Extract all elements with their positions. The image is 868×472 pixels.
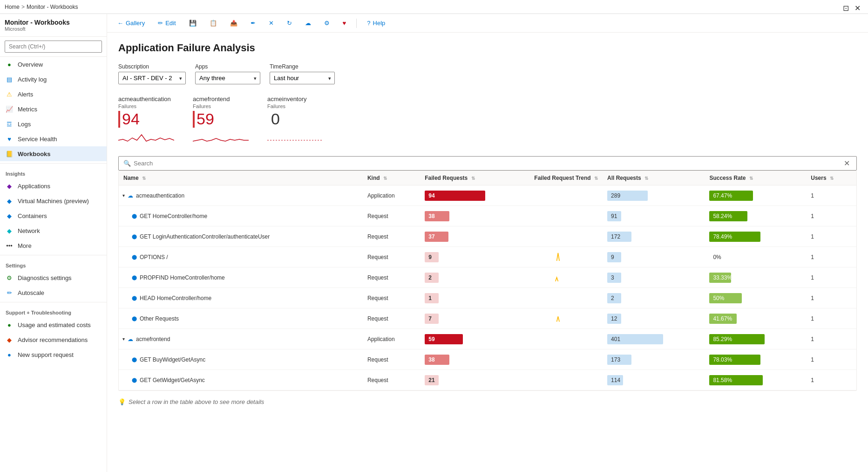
- subscription-filter: Subscription AI - SRT - DEV - 2: [118, 63, 186, 84]
- back-arrow-icon: ←: [117, 20, 123, 27]
- subscription-select[interactable]: AI - SRT - DEV - 2: [118, 72, 186, 84]
- failed-requests-bar: 1: [425, 293, 439, 303]
- nav-containers[interactable]: ◆ Containers: [0, 208, 107, 223]
- cell-success-rate: 58.24%: [705, 206, 806, 226]
- table-body: ▾☁acmeauthenticationApplication9428967.4…: [119, 185, 856, 390]
- timerange-select[interactable]: Last hour: [270, 72, 335, 84]
- table-row[interactable]: ⬤GET HomeController/homeRequest389158.24…: [119, 206, 856, 226]
- cell-kind: Request: [363, 267, 420, 288]
- search-input[interactable]: [5, 41, 102, 53]
- favorite-button[interactable]: ♥: [340, 18, 349, 28]
- cell-failed-requests: 9: [420, 247, 529, 267]
- gallery-button[interactable]: ← Gallery: [115, 18, 148, 28]
- nav-overview[interactable]: ● Overview: [0, 57, 107, 72]
- table-row[interactable]: ⬤PROPFIND HomeController/homeRequest2333…: [119, 267, 856, 288]
- nav-network[interactable]: ◆ Network: [0, 223, 107, 238]
- table-close-button[interactable]: ✕: [842, 159, 852, 168]
- nav-workbooks-label: Workbooks: [18, 150, 51, 157]
- success-rate-bar: 81.58%: [709, 375, 763, 385]
- sidebar-search-container: [0, 37, 107, 57]
- main-content: Application Failure Analysis Subscriptio…: [107, 33, 868, 472]
- nav-advisor[interactable]: ◆ Advisor recommendations: [0, 332, 107, 347]
- cell-failed-trend: [529, 226, 603, 247]
- nav-new-support[interactable]: ● New support request: [0, 347, 107, 362]
- table-row[interactable]: ⬤GET LoginAuthenticationController/authe…: [119, 226, 856, 247]
- row-name-text: PROPFIND HomeController/home: [140, 274, 225, 281]
- nav-usage-costs[interactable]: ● Usage and estimated costs: [0, 317, 107, 332]
- apps-select[interactable]: Any three: [195, 72, 260, 84]
- nav-alerts[interactable]: ⚠ Alerts: [0, 87, 107, 102]
- failed-requests-bar: 94: [425, 191, 485, 201]
- nav-alerts-label: Alerts: [18, 91, 33, 98]
- expand-icon[interactable]: ▾: [122, 336, 125, 342]
- all-requests-bar: 3: [607, 273, 621, 283]
- expand-icon[interactable]: ▾: [122, 193, 125, 198]
- pin-button[interactable]: ✒: [248, 18, 258, 28]
- auth-failure-value: 94: [122, 110, 140, 128]
- nav-autoscale-label: Autoscale: [18, 289, 44, 296]
- edit-button[interactable]: ✏ Edit: [155, 18, 178, 28]
- nav-virtual-machines[interactable]: ◆ Virtual Machines (preview): [0, 193, 107, 208]
- table-row[interactable]: ⬤OPTIONS /Request990%1: [119, 247, 856, 267]
- apps-filter: Apps Any three: [195, 63, 260, 84]
- cell-name: ⬤GET LoginAuthenticationController/authe…: [119, 226, 363, 247]
- success-rate-bar: 41.67%: [709, 314, 737, 324]
- cell-name: ⬤Other Requests: [119, 308, 363, 329]
- table-search-input[interactable]: [134, 160, 842, 167]
- help-button[interactable]: ? Help: [364, 18, 388, 28]
- saveas-button[interactable]: 📋: [207, 18, 220, 28]
- cell-users: 1: [806, 349, 856, 370]
- cell-success-rate: 67.47%: [705, 185, 806, 206]
- table-row[interactable]: ⬤HEAD HomeController/homeRequest1250%1: [119, 288, 856, 308]
- save-button[interactable]: 💾: [186, 18, 199, 28]
- nav-service-health[interactable]: ♥ Service Health: [0, 131, 107, 146]
- cell-all-requests: 289: [603, 185, 705, 206]
- link-button[interactable]: ⚙: [321, 18, 332, 28]
- row-name-text: OPTIONS /: [140, 254, 168, 260]
- applications-icon: ◆: [6, 182, 13, 190]
- close-button[interactable]: ✕: [854, 4, 861, 13]
- success-rate-bar: 0%: [709, 252, 801, 262]
- subscription-label: Subscription: [118, 63, 186, 70]
- table-row[interactable]: ▾☁acmefrontendApplication5940185.29%1: [119, 329, 856, 349]
- breadcrumb-home[interactable]: Home: [5, 4, 20, 10]
- bottom-note: 💡 Select a row in the table above to see…: [118, 398, 857, 405]
- app-card-inventory-number: 0: [267, 110, 323, 128]
- refresh-button[interactable]: ↻: [284, 18, 295, 28]
- success-rate-bar: 50%: [709, 293, 742, 303]
- table-row[interactable]: ⬤GET BuyWidget/GetAsyncRequest3817378.03…: [119, 349, 856, 370]
- clone-button[interactable]: ☁: [302, 18, 314, 28]
- nav-autoscale[interactable]: ✏ Autoscale: [0, 285, 107, 300]
- success-rate-bar: 78.49%: [709, 232, 760, 242]
- frontend-failure-bar: [193, 111, 195, 128]
- nav-network-label: Network: [18, 227, 40, 234]
- cell-users: 1: [806, 267, 856, 288]
- nav-activity-log[interactable]: ▤ Activity log: [0, 72, 107, 87]
- success-rate-bar: 33.33%: [709, 273, 731, 283]
- all-sort-icon: ⇅: [644, 176, 648, 181]
- nav-usage-costs-label: Usage and estimated costs: [18, 322, 91, 328]
- nav-metrics[interactable]: 📈 Metrics: [0, 102, 107, 116]
- share-button[interactable]: 📤: [227, 18, 240, 28]
- cloud-icon: ☁: [128, 192, 133, 199]
- usage-costs-icon: ●: [6, 321, 13, 328]
- nav-divider-3: [0, 302, 107, 302]
- table-row[interactable]: ▾☁acmeauthenticationApplication9428967.4…: [119, 185, 856, 206]
- nav-applications[interactable]: ◆ Applications: [0, 178, 107, 193]
- nav-logs[interactable]: ☲ Logs: [0, 116, 107, 131]
- nav-diagnostics[interactable]: ⚙ Diagnostics settings: [0, 270, 107, 285]
- content-area: ← Gallery ✏ Edit 💾 📋 📤 ✒ ✕: [107, 14, 868, 472]
- all-requests-bar: 9: [607, 252, 621, 262]
- apps-label: Apps: [195, 63, 260, 70]
- table-row[interactable]: ⬤GET GetWidget/GetAsyncRequest2111481.58…: [119, 370, 856, 390]
- nav-more[interactable]: ••• More: [0, 238, 107, 253]
- minimize-button[interactable]: ⊡: [843, 4, 849, 13]
- table-row[interactable]: ⬤Other RequestsRequest71241.67%1: [119, 308, 856, 329]
- nav-service-health-label: Service Health: [18, 136, 57, 143]
- discard-button[interactable]: ✕: [266, 18, 277, 28]
- subscription-select-wrapper: AI - SRT - DEV - 2: [118, 72, 186, 84]
- cell-kind: Application: [363, 185, 420, 206]
- success-rate-bar: 85.29%: [709, 334, 765, 344]
- nav-workbooks[interactable]: 📒 Workbooks: [0, 146, 107, 161]
- cell-failed-requests: 21: [420, 370, 529, 390]
